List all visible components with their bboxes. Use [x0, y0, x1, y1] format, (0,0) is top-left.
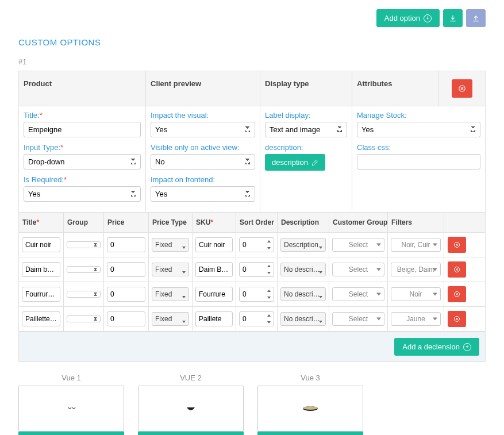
manage-stock-select[interactable]: Yes: [357, 122, 480, 137]
declension-grid: Title* Group Price Price Type SKU* Sort …: [18, 213, 486, 332]
row-cg-select[interactable]: Select: [332, 263, 384, 276]
item-number: #1: [18, 57, 486, 66]
delete-circle-icon: [453, 291, 460, 298]
header-client: Client preview: [146, 71, 260, 106]
section-title: CUSTOM OPTIONS: [18, 37, 486, 47]
impact-frontend-select[interactable]: Yes: [151, 186, 255, 202]
add-option-label: Add option: [384, 14, 420, 22]
impact-frontend-label: Impact on frontend:: [151, 175, 255, 184]
row-pricetype-select[interactable]: Fixed: [152, 238, 189, 252]
delete-option-button[interactable]: [452, 79, 472, 98]
delete-circle-icon: [458, 84, 466, 93]
is-required-label: Is Required:*: [24, 175, 141, 184]
row-filter-select[interactable]: Jaune: [391, 312, 441, 326]
row-group-select[interactable]: [67, 241, 101, 248]
preview-thumb-icon: [182, 403, 199, 414]
row-title-input[interactable]: [22, 262, 60, 277]
add-declension-button[interactable]: Add a declension +: [394, 338, 479, 356]
impact-visual-select[interactable]: Yes: [151, 122, 255, 137]
delete-circle-icon: [453, 266, 460, 273]
import-button[interactable]: [443, 9, 463, 27]
option-panel: Product Client preview Display type Attr…: [18, 71, 486, 213]
class-css-input[interactable]: [357, 154, 480, 170]
delete-circle-icon: [453, 241, 460, 248]
row-pricetype-select[interactable]: Fixed: [152, 263, 189, 276]
row-cg-select[interactable]: Select: [332, 312, 384, 326]
header-attributes: Attributes: [352, 71, 439, 106]
row-filter-select[interactable]: Beige, Daim: [391, 263, 441, 276]
col-desc: Description: [278, 213, 329, 232]
title-input[interactable]: [24, 122, 141, 137]
row-sku-input[interactable]: [195, 237, 233, 252]
row-group-select[interactable]: [67, 266, 101, 273]
row-delete-button[interactable]: [448, 261, 466, 278]
table-row: Fixed No description Select Jaune: [19, 307, 485, 332]
row-pricetype-select[interactable]: Fixed: [152, 312, 189, 326]
row-cg-select[interactable]: Select: [332, 238, 384, 252]
header-display: Display type: [260, 71, 352, 106]
row-sort-input[interactable]: [239, 262, 274, 277]
label-display-label: Label display:: [265, 111, 347, 120]
preview-thumb-icon: [301, 403, 320, 414]
row-delete-button[interactable]: [448, 237, 466, 253]
plus-circle-icon: +: [463, 343, 471, 351]
row-desc-select[interactable]: Description: [280, 238, 326, 252]
row-sku-input[interactable]: [195, 311, 233, 326]
svg-point-6: [303, 406, 318, 410]
row-sort-input[interactable]: [239, 311, 274, 326]
row-title-input[interactable]: [22, 311, 60, 326]
row-title-input[interactable]: [22, 287, 60, 302]
header-product: Product: [19, 71, 146, 106]
table-row: Fixed No description Select Beige, Daim: [19, 257, 485, 282]
row-title-input[interactable]: [22, 237, 60, 252]
table-row: Fixed No description Select Noir: [19, 282, 485, 307]
visible-active-select[interactable]: No: [151, 154, 255, 170]
impact-visual-label: Impact the visual:: [151, 111, 255, 120]
row-price-input[interactable]: [107, 237, 145, 252]
view-2-title: VUE 2: [138, 374, 244, 382]
row-price-input[interactable]: [107, 262, 145, 277]
view-2-preview[interactable]: [138, 386, 244, 432]
view-3-preview[interactable]: [257, 386, 363, 432]
title-label: Title:*: [24, 111, 141, 120]
row-sku-input[interactable]: [195, 287, 233, 302]
row-group-select[interactable]: [67, 291, 101, 298]
description-button[interactable]: description: [265, 154, 325, 171]
is-required-select[interactable]: Yes: [24, 186, 141, 202]
row-group-select[interactable]: [67, 315, 101, 322]
row-sku-input[interactable]: [195, 262, 233, 277]
table-row: Fixed Description Select Noir, Cuir: [19, 233, 485, 257]
visible-active-label: Visible only on active view:: [151, 143, 255, 152]
manage-stock-label: Manage Stock:: [357, 111, 480, 120]
class-css-label: Class css:: [357, 143, 480, 152]
input-type-select[interactable]: Drop-down: [24, 154, 141, 170]
row-delete-button[interactable]: [448, 286, 466, 302]
add-option-button[interactable]: Add option +: [376, 9, 440, 27]
row-desc-select[interactable]: No description: [280, 287, 326, 301]
add-template-3-button[interactable]: Add template +: [257, 432, 363, 435]
row-pricetype-select[interactable]: Fixed: [152, 287, 189, 301]
add-template-2-button[interactable]: Add template +: [138, 432, 244, 435]
input-type-label: Input Type:*: [24, 143, 141, 152]
download-icon: [449, 14, 457, 22]
label-display-select[interactable]: Text and image: [265, 122, 347, 137]
row-sort-input[interactable]: [239, 237, 274, 252]
col-group: Group: [64, 213, 104, 232]
row-sort-input[interactable]: [239, 287, 274, 302]
row-delete-button[interactable]: [448, 311, 466, 327]
row-cg-select[interactable]: Select: [332, 287, 384, 301]
col-price: Price: [104, 213, 149, 232]
add-template-1-button[interactable]: Add template +: [18, 432, 124, 435]
row-filter-select[interactable]: Noir, Cuir: [391, 238, 441, 252]
row-price-input[interactable]: [107, 311, 145, 326]
delete-circle-icon: [453, 315, 460, 322]
col-sort: Sort Order: [236, 213, 278, 232]
col-sku: SKU*: [193, 213, 236, 232]
col-price-type: Price Type: [149, 213, 193, 232]
row-desc-select[interactable]: No description: [280, 263, 326, 276]
row-filter-select[interactable]: Noir: [391, 287, 441, 301]
export-button[interactable]: [466, 9, 486, 27]
row-price-input[interactable]: [107, 287, 145, 302]
row-desc-select[interactable]: No description: [280, 312, 326, 326]
view-1-preview[interactable]: [18, 386, 124, 432]
